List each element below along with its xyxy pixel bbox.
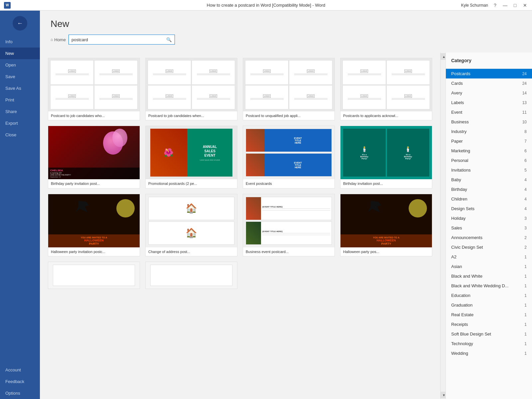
category-label: Business <box>451 119 469 124</box>
category-count: 6 <box>524 149 527 153</box>
template-card-11[interactable]: [EVENT TITLE HERE] [EVENT TITLE HERE] <box>243 194 335 256</box>
category-label: Holiday <box>451 216 466 221</box>
category-item-business[interactable]: Business 10 <box>446 117 532 127</box>
category-item-birthday[interactable]: Birthday 4 <box>446 185 532 194</box>
template-label-12: Halloween party pos... <box>340 247 432 256</box>
template-thumb-1: LOGO LOGO LOGO LOGO <box>48 58 140 111</box>
template-thumb-3: LOGO LOGO LOGO LOGO <box>243 58 334 111</box>
template-card-4[interactable]: LOGO LOGO LOGO LOGO Postcards to applica… <box>340 58 432 120</box>
template-card-13[interactable] <box>48 262 140 289</box>
template-card-1[interactable]: LOGO LOGO LOGO LOGO Postcard to job cand… <box>48 58 140 120</box>
sidebar-item-share[interactable]: Share <box>0 106 40 117</box>
category-item-civic-design-set[interactable]: Civic Design Set 2 <box>446 242 532 252</box>
search-button[interactable]: 🔍 <box>164 35 175 44</box>
template-label-8: Birthday invitation post... <box>340 179 432 188</box>
page-title: New <box>51 19 521 29</box>
main-header: New ⌂ Home 🔍 <box>40 11 532 53</box>
category-count: 13 <box>522 100 527 105</box>
category-item-soft-blue-design[interactable]: Soft Blue Design Set 1 <box>446 329 532 339</box>
close-button[interactable]: ✕ <box>522 2 528 8</box>
category-item-marketing[interactable]: Marketing 6 <box>446 146 532 156</box>
category-item-black-and-white[interactable]: Black and White 1 <box>446 271 532 281</box>
sidebar-item-info[interactable]: Info <box>0 36 40 48</box>
category-item-a2[interactable]: A2 1 <box>446 252 532 262</box>
category-item-sales[interactable]: Sales 3 <box>446 223 532 233</box>
category-item-asian[interactable]: Asian 1 <box>446 262 532 271</box>
category-count: 1 <box>524 255 527 259</box>
search-input[interactable] <box>69 36 164 44</box>
category-label: Wedding <box>451 351 468 356</box>
category-count: 6 <box>524 158 527 163</box>
template-card-3[interactable]: LOGO LOGO LOGO LOGO Postcard to unqualif… <box>243 58 335 120</box>
home-link[interactable]: ⌂ Home <box>51 37 66 42</box>
category-label: Labels <box>451 100 464 105</box>
template-label-7: Event postcards <box>243 179 334 188</box>
content-area: LOGO LOGO LOGO LOGO Postcard to job cand… <box>40 53 532 399</box>
category-item-real-estate[interactable]: Real Estate 1 <box>446 310 532 320</box>
sidebar-item-save[interactable]: Save <box>0 71 40 82</box>
sidebar-item-new[interactable]: New <box>0 48 40 59</box>
category-item-event[interactable]: Event 11 <box>446 107 532 117</box>
sidebar-item-close[interactable]: Close <box>0 129 40 141</box>
category-item-black-white-wedding[interactable]: Black and White Wedding D... 1 <box>446 281 532 291</box>
category-item-labels[interactable]: Labels 13 <box>446 98 532 107</box>
template-card-5[interactable]: CHELSEA is turning 10! JOIN US FOR THE P… <box>48 126 140 188</box>
title-bar: W How to create a postcard in Word [Comp… <box>0 0 532 11</box>
category-count: 2 <box>524 245 527 250</box>
sidebar-item-open[interactable]: Open <box>0 59 40 71</box>
templates-grid: LOGO LOGO LOGO LOGO Postcard to job cand… <box>40 53 440 399</box>
template-card-9[interactable]: YOU ARE INVITED TO A HALLOWEEN PARTY Hal… <box>48 194 140 256</box>
category-count: 1 <box>524 264 527 269</box>
category-label: Personal <box>451 158 468 163</box>
category-item-invitations[interactable]: Invitations 5 <box>446 165 532 175</box>
sidebar-item-account[interactable]: Account <box>0 364 40 376</box>
category-item-cards[interactable]: Cards 24 <box>446 78 532 88</box>
title-bar-controls: Kyle Schurman ? — □ ✕ <box>461 2 528 8</box>
category-item-postcards[interactable]: Postcards 24 <box>446 69 532 78</box>
category-item-personal[interactable]: Personal 6 <box>446 156 532 165</box>
sidebar-item-save-as[interactable]: Save As <box>0 82 40 94</box>
template-card-14[interactable] <box>145 262 237 289</box>
category-item-education[interactable]: Education 1 <box>446 291 532 300</box>
template-card-10[interactable]: 🏠 🏠 Change of address post... <box>145 194 237 256</box>
category-item-receipts[interactable]: Receipts 1 <box>446 320 532 329</box>
template-label-10: Change of address post... <box>146 247 237 256</box>
category-item-baby[interactable]: Baby 4 <box>446 175 532 185</box>
category-item-announcements[interactable]: Announcements 2 <box>446 233 532 242</box>
template-card-2[interactable]: LOGO LOGO LOGO LOGO Postcard to job cand… <box>145 58 237 120</box>
category-count: 8 <box>524 129 527 134</box>
category-count: 1 <box>524 351 527 356</box>
category-count: 1 <box>524 341 527 346</box>
category-item-paper[interactable]: Paper 7 <box>446 136 532 146</box>
category-item-avery[interactable]: Avery 14 <box>446 88 532 98</box>
main-content: New ⌂ Home 🔍 LOGO <box>40 11 532 399</box>
category-item-design-sets[interactable]: Design Sets 4 <box>446 204 532 213</box>
sidebar-item-options[interactable]: Options <box>0 387 40 399</box>
template-card-8[interactable]: 🕯️ It's aBirthdayParty! 🕯️ It's aBirthda… <box>340 126 432 188</box>
category-item-graduation[interactable]: Graduation 1 <box>446 300 532 310</box>
sidebar-item-feedback[interactable]: Feedback <box>0 376 40 387</box>
category-item-wedding[interactable]: Wedding 1 <box>446 348 532 358</box>
category-item-technology[interactable]: Technology 1 <box>446 339 532 348</box>
category-label: Postcards <box>451 71 470 76</box>
back-button[interactable]: ← <box>13 16 27 31</box>
category-count: 5 <box>524 168 527 173</box>
category-count: 1 <box>524 274 527 279</box>
sidebar-item-export[interactable]: Export <box>0 117 40 129</box>
category-item-industry[interactable]: Industry 8 <box>446 127 532 136</box>
help-button[interactable]: ? <box>492 2 498 8</box>
template-card-6[interactable]: 🌺 ANNUALSALESEVENT Lorem ipsum dolor sit… <box>145 126 237 188</box>
minimize-button[interactable]: — <box>502 2 508 8</box>
category-count: 11 <box>522 110 527 115</box>
template-card-7[interactable]: EVENTTITLEHERE EVENTTITLEHERE Event <box>243 126 335 188</box>
category-item-holiday[interactable]: Holiday 3 <box>446 213 532 223</box>
category-item-children[interactable]: Children 4 <box>446 194 532 204</box>
category-label: Birthday <box>451 187 467 192</box>
sidebar-item-print[interactable]: Print <box>0 94 40 106</box>
template-card-12[interactable]: YOU ARE INVITED TO A HALLOWEEN PARTY Hal… <box>340 194 432 256</box>
category-count: 10 <box>522 120 527 124</box>
category-count: 24 <box>522 81 527 86</box>
template-thumb-2: LOGO LOGO LOGO LOGO <box>146 58 237 111</box>
maximize-button[interactable]: □ <box>512 2 518 8</box>
category-count: 1 <box>524 322 527 327</box>
